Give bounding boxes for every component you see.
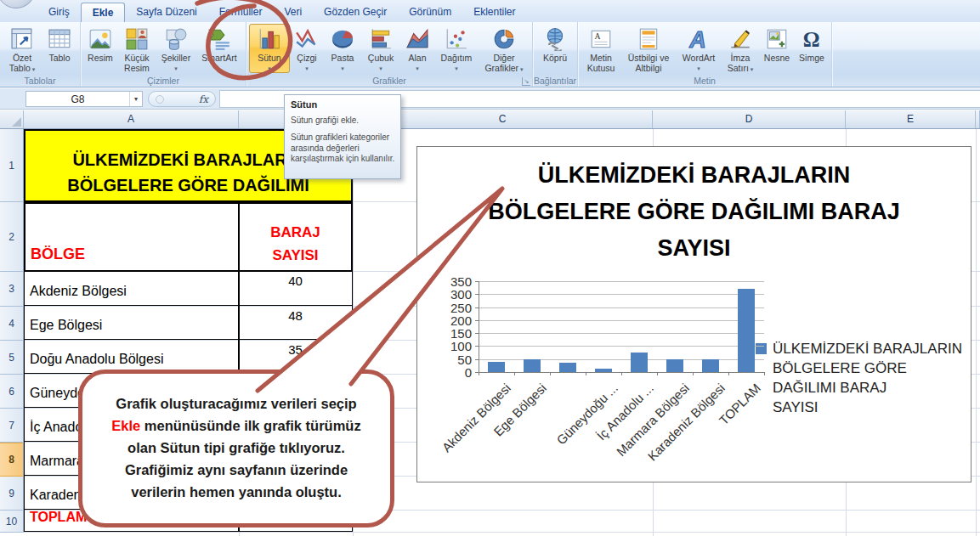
chart-legend: ÜLKEMİZDEKİ BARAJLARINBÖLGELERE GÖREDAĞI… bbox=[756, 339, 966, 417]
x-axis-tick bbox=[621, 372, 622, 375]
ribbon-button-diğer-grafikler[interactable]: Diğer Grafikler ▾ bbox=[479, 24, 530, 73]
ribbon-button-label: Tablo bbox=[48, 54, 70, 64]
group-label-çizimler: Çizimler bbox=[81, 76, 246, 86]
ribbon-button-i-mza-satırı[interactable]: İmza Satırı ▾ bbox=[722, 24, 759, 73]
ribbon-button-smartart[interactable]: SmartArt bbox=[195, 24, 243, 73]
tab-görünüm[interactable]: Görünüm bbox=[398, 3, 462, 22]
column-header-a[interactable]: A bbox=[24, 110, 239, 128]
insert-function-control[interactable]: fx bbox=[148, 91, 216, 107]
row-header-5[interactable]: 5 bbox=[0, 341, 24, 375]
chart-bar bbox=[702, 359, 719, 372]
ribbon-button-üstbilgi-ve-altbilgi[interactable]: Üstbilgi ve Altbilgi bbox=[621, 24, 676, 73]
group-label-bağlantılar: Bağlantılar bbox=[533, 76, 577, 86]
chart-bar bbox=[595, 369, 612, 372]
ribbon-button-resim[interactable]: Resim bbox=[83, 24, 117, 73]
row-header-3[interactable]: 3 bbox=[0, 272, 24, 307]
object-icon bbox=[765, 27, 789, 51]
fx-icon[interactable]: fx bbox=[199, 93, 208, 105]
column-header-partial bbox=[976, 110, 980, 128]
grafikler-dialog-launcher-icon[interactable]: ↘ bbox=[522, 77, 530, 86]
ribbon-button-küçük-resim[interactable]: Küçük Resim bbox=[117, 24, 156, 73]
ribbon-button-tablo[interactable]: Tablo bbox=[42, 24, 77, 73]
row-header-2[interactable]: 2 bbox=[0, 202, 24, 272]
row-header-6[interactable]: 6 bbox=[0, 375, 24, 409]
y-axis-tick-label: 100 bbox=[438, 340, 472, 353]
dropdown-arrow-icon: ▾ bbox=[379, 65, 382, 71]
name-box-dropdown-icon[interactable]: ▾ bbox=[129, 92, 142, 106]
column-header-d[interactable]: D bbox=[653, 110, 846, 128]
tab-formüller[interactable]: Formüller bbox=[208, 3, 274, 22]
chart-gridline bbox=[479, 281, 764, 282]
tooltip-description: Sütun grafiği ekle. bbox=[291, 116, 394, 125]
tab-sayfa-düzeni[interactable]: Sayfa Düzeni bbox=[125, 3, 207, 22]
dropdown-arrow-icon: ▾ bbox=[416, 65, 419, 71]
sutun-tooltip: Sütun Sütun grafiği ekle. Sütun grafikle… bbox=[284, 94, 401, 179]
ribbon-button-label: Simge bbox=[799, 54, 824, 64]
svg-text:Ω: Ω bbox=[803, 28, 820, 51]
embedded-column-chart[interactable]: ÜLKEMİZDEKİ BARAJLARINBÖLGELERE GÖRE DAĞ… bbox=[416, 146, 972, 482]
name-box[interactable]: G8 ▾ bbox=[25, 91, 143, 107]
tab-veri[interactable]: Veri bbox=[273, 3, 313, 22]
cell-value[interactable]: 35 bbox=[238, 339, 353, 374]
y-axis-tick-label: 350 bbox=[438, 275, 472, 288]
tab-ekle[interactable]: Ekle bbox=[81, 3, 126, 22]
cell-region[interactable]: Ege Bölgesi bbox=[24, 305, 240, 340]
row-header-8[interactable]: 8 bbox=[0, 443, 24, 477]
table-header-value[interactable]: BARAJSAYISI bbox=[238, 202, 353, 272]
cell-value[interactable]: 40 bbox=[238, 270, 353, 306]
tab-eklentiler[interactable]: Eklentiler bbox=[462, 3, 526, 22]
ribbon-button-nesne[interactable]: Nesne bbox=[759, 24, 795, 73]
ribbon-button-özet-tablo[interactable]: Özet Tablo ▾ bbox=[3, 24, 42, 73]
chart-bar bbox=[738, 289, 755, 372]
gridline-horizontal bbox=[24, 532, 980, 533]
tab-giriş[interactable]: Giriş bbox=[37, 3, 81, 22]
area-chart-icon bbox=[405, 27, 429, 51]
cell-value[interactable]: 48 bbox=[238, 305, 353, 340]
row-header-10[interactable]: 10 bbox=[0, 511, 24, 533]
legend-swatch bbox=[756, 343, 767, 354]
select-all-corner[interactable] bbox=[0, 110, 24, 128]
row-header-9[interactable]: 9 bbox=[0, 477, 24, 511]
shapes-icon bbox=[164, 27, 188, 51]
ribbon-button-label: Şekiller bbox=[161, 54, 190, 64]
pivot-table-icon bbox=[10, 27, 34, 51]
group-label-metin: Metin bbox=[578, 76, 831, 86]
ribbon-button-pasta[interactable]: Pasta▾ bbox=[324, 24, 361, 73]
group-label-grafikler: Grafikler bbox=[246, 76, 532, 86]
ribbon-button-dağıtım[interactable]: Dağıtım▾ bbox=[434, 24, 479, 73]
pie-chart-icon bbox=[331, 27, 354, 51]
table-header-region[interactable]: BÖLGE bbox=[24, 202, 240, 272]
ribbon-button-çizgi[interactable]: Çizgi▾ bbox=[290, 24, 324, 73]
row-header-1[interactable]: 1 bbox=[0, 129, 24, 202]
ribbon-group-tablolar: Özet Tablo ▾TabloTablolar bbox=[0, 22, 81, 87]
ribbon-button-simge[interactable]: ΩSimge bbox=[795, 24, 829, 73]
ribbon-button-sütun[interactable]: Sütun▾ bbox=[249, 24, 290, 73]
ribbon-group-metin: AMetin KutusuÜstbilgi ve AltbilgiAWordAr… bbox=[578, 22, 832, 87]
dropdown-arrow-icon: ▾ bbox=[31, 66, 35, 72]
cell-region[interactable]: Doğu Anadolu Bölgesi bbox=[24, 339, 240, 374]
ribbon-button-label: Pasta bbox=[331, 54, 354, 64]
table-icon bbox=[48, 27, 71, 51]
tab-gözden-geçir[interactable]: Gözden Geçir bbox=[313, 3, 398, 22]
x-axis-tick bbox=[657, 372, 658, 375]
chart-bar bbox=[631, 353, 648, 372]
ribbon-button-label: Diğer Grafikler ▾ bbox=[479, 54, 529, 74]
ribbon-group-items: AMetin KutusuÜstbilgi ve AltbilgiAWordAr… bbox=[581, 24, 829, 73]
row-headers: 12345678910 bbox=[0, 129, 24, 536]
name-box-value: G8 bbox=[26, 93, 129, 105]
ribbon-button-şekiller[interactable]: Şekiller▾ bbox=[156, 24, 195, 73]
ribbon-button-label: Dağıtım bbox=[441, 54, 473, 64]
column-header-e[interactable]: E bbox=[846, 110, 976, 128]
ribbon-button-wordart[interactable]: AWordArt▾ bbox=[676, 24, 722, 73]
cell-region[interactable]: Akdeniz Bölgesi bbox=[24, 270, 240, 306]
column-headers: ABCDE bbox=[0, 110, 980, 129]
row-header-7[interactable]: 7 bbox=[0, 409, 24, 443]
ribbon-button-çubuk[interactable]: Çubuk▾ bbox=[361, 24, 400, 73]
tooltip-detail: Sütun grafikleri kategorilerarasında değ… bbox=[291, 133, 394, 165]
picture-icon bbox=[88, 27, 112, 51]
dropdown-arrow-icon: ▾ bbox=[305, 65, 309, 71]
row-header-4[interactable]: 4 bbox=[0, 307, 24, 341]
ribbon-button-köprü[interactable]: Köprü bbox=[535, 24, 575, 73]
ribbon-button-alan[interactable]: Alan▾ bbox=[400, 24, 434, 73]
ribbon-button-metin-kutusu[interactable]: AMetin Kutusu bbox=[581, 24, 621, 73]
